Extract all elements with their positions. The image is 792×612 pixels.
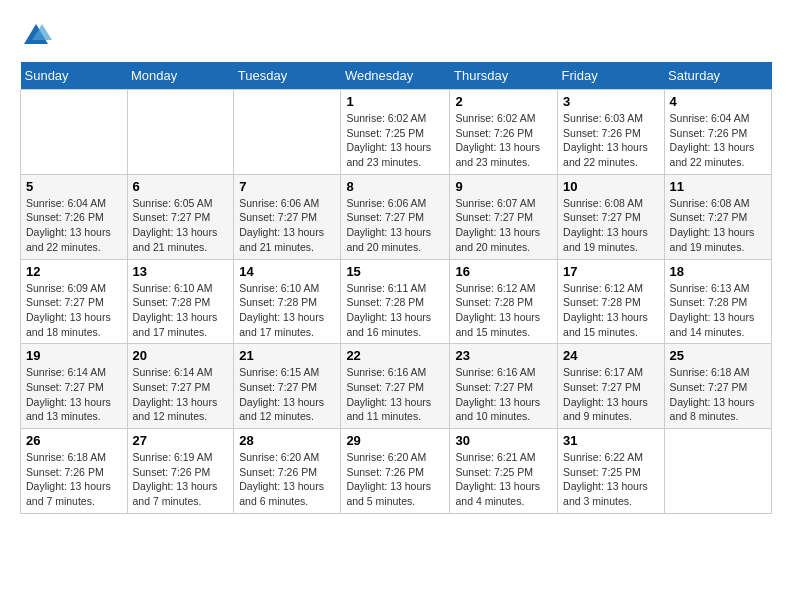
day-info: Sunrise: 6:09 AMSunset: 7:27 PMDaylight:…: [26, 281, 122, 340]
calendar-cell: 1Sunrise: 6:02 AMSunset: 7:25 PMDaylight…: [341, 90, 450, 175]
calendar-header-monday: Monday: [127, 62, 234, 90]
day-info: Sunrise: 6:15 AMSunset: 7:27 PMDaylight:…: [239, 365, 335, 424]
day-number: 19: [26, 348, 122, 363]
day-info: Sunrise: 6:18 AMSunset: 7:26 PMDaylight:…: [26, 450, 122, 509]
day-number: 14: [239, 264, 335, 279]
day-number: 3: [563, 94, 659, 109]
day-info: Sunrise: 6:02 AMSunset: 7:26 PMDaylight:…: [455, 111, 552, 170]
calendar-cell: 23Sunrise: 6:16 AMSunset: 7:27 PMDayligh…: [450, 344, 558, 429]
day-number: 29: [346, 433, 444, 448]
calendar-cell: 14Sunrise: 6:10 AMSunset: 7:28 PMDayligh…: [234, 259, 341, 344]
calendar-cell: 19Sunrise: 6:14 AMSunset: 7:27 PMDayligh…: [21, 344, 128, 429]
calendar-week-row: 19Sunrise: 6:14 AMSunset: 7:27 PMDayligh…: [21, 344, 772, 429]
day-number: 18: [670, 264, 766, 279]
day-number: 8: [346, 179, 444, 194]
day-info: Sunrise: 6:10 AMSunset: 7:28 PMDaylight:…: [239, 281, 335, 340]
day-info: Sunrise: 6:22 AMSunset: 7:25 PMDaylight:…: [563, 450, 659, 509]
day-number: 16: [455, 264, 552, 279]
day-info: Sunrise: 6:14 AMSunset: 7:27 PMDaylight:…: [26, 365, 122, 424]
day-number: 13: [133, 264, 229, 279]
calendar-week-row: 26Sunrise: 6:18 AMSunset: 7:26 PMDayligh…: [21, 429, 772, 514]
day-info: Sunrise: 6:16 AMSunset: 7:27 PMDaylight:…: [455, 365, 552, 424]
calendar-cell: [664, 429, 771, 514]
calendar-cell: 4Sunrise: 6:04 AMSunset: 7:26 PMDaylight…: [664, 90, 771, 175]
calendar-cell: 27Sunrise: 6:19 AMSunset: 7:26 PMDayligh…: [127, 429, 234, 514]
logo: [20, 20, 56, 52]
day-number: 6: [133, 179, 229, 194]
day-number: 7: [239, 179, 335, 194]
calendar-cell: 5Sunrise: 6:04 AMSunset: 7:26 PMDaylight…: [21, 174, 128, 259]
day-number: 27: [133, 433, 229, 448]
day-number: 24: [563, 348, 659, 363]
day-info: Sunrise: 6:06 AMSunset: 7:27 PMDaylight:…: [239, 196, 335, 255]
calendar-cell: 15Sunrise: 6:11 AMSunset: 7:28 PMDayligh…: [341, 259, 450, 344]
day-info: Sunrise: 6:02 AMSunset: 7:25 PMDaylight:…: [346, 111, 444, 170]
day-number: 30: [455, 433, 552, 448]
calendar-header-tuesday: Tuesday: [234, 62, 341, 90]
calendar-cell: 13Sunrise: 6:10 AMSunset: 7:28 PMDayligh…: [127, 259, 234, 344]
day-number: 31: [563, 433, 659, 448]
day-number: 10: [563, 179, 659, 194]
day-info: Sunrise: 6:10 AMSunset: 7:28 PMDaylight:…: [133, 281, 229, 340]
calendar-cell: 7Sunrise: 6:06 AMSunset: 7:27 PMDaylight…: [234, 174, 341, 259]
calendar-cell: 16Sunrise: 6:12 AMSunset: 7:28 PMDayligh…: [450, 259, 558, 344]
day-number: 23: [455, 348, 552, 363]
day-info: Sunrise: 6:08 AMSunset: 7:27 PMDaylight:…: [670, 196, 766, 255]
day-info: Sunrise: 6:17 AMSunset: 7:27 PMDaylight:…: [563, 365, 659, 424]
calendar-cell: 12Sunrise: 6:09 AMSunset: 7:27 PMDayligh…: [21, 259, 128, 344]
calendar-header-wednesday: Wednesday: [341, 62, 450, 90]
calendar-header-saturday: Saturday: [664, 62, 771, 90]
day-info: Sunrise: 6:13 AMSunset: 7:28 PMDaylight:…: [670, 281, 766, 340]
day-info: Sunrise: 6:04 AMSunset: 7:26 PMDaylight:…: [670, 111, 766, 170]
calendar-header-thursday: Thursday: [450, 62, 558, 90]
day-info: Sunrise: 6:07 AMSunset: 7:27 PMDaylight:…: [455, 196, 552, 255]
day-info: Sunrise: 6:04 AMSunset: 7:26 PMDaylight:…: [26, 196, 122, 255]
day-info: Sunrise: 6:16 AMSunset: 7:27 PMDaylight:…: [346, 365, 444, 424]
calendar-cell: 10Sunrise: 6:08 AMSunset: 7:27 PMDayligh…: [558, 174, 665, 259]
calendar-cell: 22Sunrise: 6:16 AMSunset: 7:27 PMDayligh…: [341, 344, 450, 429]
day-number: 20: [133, 348, 229, 363]
day-number: 5: [26, 179, 122, 194]
day-info: Sunrise: 6:20 AMSunset: 7:26 PMDaylight:…: [239, 450, 335, 509]
calendar-cell: 26Sunrise: 6:18 AMSunset: 7:26 PMDayligh…: [21, 429, 128, 514]
calendar-header-friday: Friday: [558, 62, 665, 90]
day-info: Sunrise: 6:05 AMSunset: 7:27 PMDaylight:…: [133, 196, 229, 255]
day-number: 26: [26, 433, 122, 448]
calendar-table: SundayMondayTuesdayWednesdayThursdayFrid…: [20, 62, 772, 514]
calendar-cell: 21Sunrise: 6:15 AMSunset: 7:27 PMDayligh…: [234, 344, 341, 429]
calendar-cell: 30Sunrise: 6:21 AMSunset: 7:25 PMDayligh…: [450, 429, 558, 514]
day-number: 22: [346, 348, 444, 363]
calendar-week-row: 12Sunrise: 6:09 AMSunset: 7:27 PMDayligh…: [21, 259, 772, 344]
calendar-cell: 31Sunrise: 6:22 AMSunset: 7:25 PMDayligh…: [558, 429, 665, 514]
day-number: 28: [239, 433, 335, 448]
day-info: Sunrise: 6:14 AMSunset: 7:27 PMDaylight:…: [133, 365, 229, 424]
calendar-cell: 24Sunrise: 6:17 AMSunset: 7:27 PMDayligh…: [558, 344, 665, 429]
calendar-cell: [127, 90, 234, 175]
calendar-cell: 11Sunrise: 6:08 AMSunset: 7:27 PMDayligh…: [664, 174, 771, 259]
day-info: Sunrise: 6:03 AMSunset: 7:26 PMDaylight:…: [563, 111, 659, 170]
calendar-header-row: SundayMondayTuesdayWednesdayThursdayFrid…: [21, 62, 772, 90]
day-info: Sunrise: 6:18 AMSunset: 7:27 PMDaylight:…: [670, 365, 766, 424]
day-number: 25: [670, 348, 766, 363]
day-number: 2: [455, 94, 552, 109]
calendar-cell: 9Sunrise: 6:07 AMSunset: 7:27 PMDaylight…: [450, 174, 558, 259]
day-info: Sunrise: 6:21 AMSunset: 7:25 PMDaylight:…: [455, 450, 552, 509]
day-number: 11: [670, 179, 766, 194]
logo-icon: [20, 20, 52, 52]
day-number: 17: [563, 264, 659, 279]
page-header: [20, 20, 772, 52]
day-number: 1: [346, 94, 444, 109]
calendar-cell: 3Sunrise: 6:03 AMSunset: 7:26 PMDaylight…: [558, 90, 665, 175]
day-info: Sunrise: 6:06 AMSunset: 7:27 PMDaylight:…: [346, 196, 444, 255]
day-number: 21: [239, 348, 335, 363]
day-info: Sunrise: 6:12 AMSunset: 7:28 PMDaylight:…: [563, 281, 659, 340]
calendar-cell: 17Sunrise: 6:12 AMSunset: 7:28 PMDayligh…: [558, 259, 665, 344]
day-number: 4: [670, 94, 766, 109]
day-info: Sunrise: 6:11 AMSunset: 7:28 PMDaylight:…: [346, 281, 444, 340]
calendar-cell: 20Sunrise: 6:14 AMSunset: 7:27 PMDayligh…: [127, 344, 234, 429]
day-info: Sunrise: 6:08 AMSunset: 7:27 PMDaylight:…: [563, 196, 659, 255]
calendar-cell: 28Sunrise: 6:20 AMSunset: 7:26 PMDayligh…: [234, 429, 341, 514]
calendar-header-sunday: Sunday: [21, 62, 128, 90]
day-number: 9: [455, 179, 552, 194]
day-number: 12: [26, 264, 122, 279]
